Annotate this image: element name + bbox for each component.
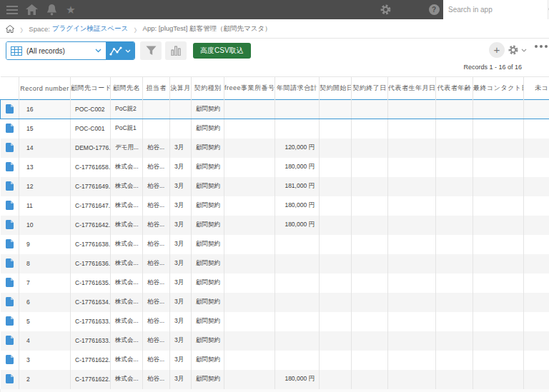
cell	[436, 273, 473, 293]
column-header[interactable]: 代表者生年月日	[388, 77, 436, 100]
table-row[interactable]: 16POC-C002PoC親2顧問契約	[1, 100, 549, 119]
column-header[interactable]: 担当者	[143, 77, 170, 100]
open-record-link[interactable]	[1, 297, 19, 306]
column-header[interactable]: Record number	[19, 77, 71, 100]
table-row[interactable]: 8C-17761636...株式会...柏谷...3月顧問契約	[1, 254, 549, 273]
chart-button[interactable]	[165, 41, 187, 60]
hamburger-menu-icon[interactable]	[4, 0, 20, 19]
cell	[473, 273, 524, 293]
advanced-csv-import-button[interactable]: 高度CSV取込	[193, 43, 251, 59]
open-record-link[interactable]	[1, 239, 19, 248]
breadcrumb-app-name: App: [plugTest] 顧客管理（顧問先マスタ）	[143, 24, 272, 34]
open-record-link[interactable]	[1, 181, 19, 191]
column-header[interactable]: 契約種別	[192, 77, 224, 100]
cell: 株式会...	[111, 158, 143, 177]
table-row[interactable]: 10C-17761642...株式会...柏谷...3月顧問契約180,000 …	[1, 216, 549, 235]
cell	[320, 331, 352, 351]
cell	[436, 351, 473, 370]
column-header[interactable]: 顧問先名	[111, 77, 143, 100]
cell: C-17761633...	[71, 312, 111, 331]
table-row[interactable]: 12C-17761649...株式会...柏谷...3月顧問契約181,000 …	[1, 177, 549, 196]
open-record-link[interactable]	[1, 374, 19, 383]
table-row[interactable]: 13C-17761658...株式会...柏谷...3月顧問契約180,000 …	[1, 158, 549, 177]
open-record-link[interactable]	[1, 162, 19, 171]
table-row[interactable]: 5C-17761633...株式会...柏谷...3月顧問契約	[1, 312, 549, 331]
cell: 株式会...	[111, 254, 143, 273]
cell: 3	[19, 351, 71, 370]
open-record-link[interactable]	[1, 278, 19, 287]
table-row[interactable]: 15POC-C001PoC親1顧問契約	[1, 119, 549, 139]
column-header[interactable]: 顧問先コード	[71, 77, 111, 100]
open-record-link[interactable]	[1, 336, 19, 345]
app-settings-button[interactable]	[508, 44, 527, 56]
column-header[interactable]: freee事業所番号	[224, 77, 275, 100]
column-header[interactable]: 契約開始日	[320, 77, 352, 100]
open-record-link[interactable]	[1, 104, 19, 114]
breadcrumb-home-icon[interactable]	[6, 25, 14, 33]
cell: 顧問契約	[192, 312, 224, 331]
open-record-link[interactable]	[1, 316, 19, 326]
favorites-star-icon[interactable]: ★	[63, 0, 79, 19]
cell	[320, 235, 352, 254]
cell	[352, 312, 388, 331]
cell	[473, 370, 524, 389]
column-header[interactable]: 最終コンタクト日	[473, 77, 524, 100]
cell	[320, 370, 352, 389]
help-icon[interactable]: ?	[426, 0, 442, 19]
table-row[interactable]: 6C-17761634...株式会...柏谷...3月顧問契約	[1, 293, 549, 312]
cell: PoC親2	[111, 100, 143, 119]
cell: 柏谷...	[143, 196, 170, 216]
cell: 3月	[170, 139, 192, 158]
table-row[interactable]: 3C-17761622...株式会...柏谷...3月顧問契約	[1, 351, 549, 370]
cell	[275, 273, 320, 293]
record-icon-cell	[1, 158, 19, 177]
column-header[interactable]: 決算月	[170, 77, 192, 100]
cell	[524, 158, 549, 177]
cell	[275, 331, 320, 351]
settings-gear-icon[interactable]	[377, 0, 393, 19]
notifications-bell-icon[interactable]	[44, 0, 59, 19]
cell	[224, 312, 275, 331]
cell	[320, 273, 352, 293]
cell: 6	[19, 293, 71, 312]
add-record-button[interactable]: +	[489, 42, 505, 58]
home-icon[interactable]	[24, 0, 39, 19]
cell	[436, 196, 473, 216]
cell: 柏谷...	[143, 312, 170, 331]
breadcrumb-space-link[interactable]: プラグイン検証スペース	[52, 24, 128, 34]
open-record-link[interactable]	[1, 124, 19, 133]
open-record-link[interactable]	[1, 355, 19, 364]
cell	[436, 370, 473, 389]
column-header[interactable]: 代表者年齢	[436, 77, 473, 100]
cell: 3月	[170, 254, 192, 273]
table-row[interactable]: 14DEMO-1776...デモ用...柏谷...3月顧問契約120,000 円	[1, 139, 549, 158]
open-record-link[interactable]	[1, 220, 19, 229]
column-header[interactable]: 未コン	[524, 77, 549, 100]
table-row[interactable]: 4C-17761633...株式会...柏谷...3月顧問契約	[1, 331, 549, 351]
view-select-dropdown[interactable]: (All records)	[6, 42, 106, 59]
cell	[436, 235, 473, 254]
table-row[interactable]: 11C-17761647...株式会...柏谷...3月顧問契約180,000 …	[1, 196, 549, 216]
cell: 16	[19, 100, 71, 119]
record-list: Record number顧問先コード顧問先名担当者決算月契約種別freee事業…	[0, 76, 549, 392]
cell: 181,000 円	[275, 177, 320, 196]
cell	[352, 177, 388, 196]
table-row[interactable]: 2C-17761622...株式会...柏谷...3月顧問契約180,000 円	[1, 370, 549, 389]
record-icon-cell	[1, 235, 19, 254]
record-file-icon	[6, 104, 14, 114]
cell: 12	[19, 177, 71, 196]
more-options-icon[interactable]	[535, 45, 548, 48]
open-record-link[interactable]	[1, 201, 19, 210]
cell: 8	[19, 254, 71, 273]
graph-view-dropdown[interactable]	[106, 42, 134, 59]
open-record-link[interactable]	[1, 258, 19, 268]
column-header[interactable]: 契約終了日	[352, 77, 388, 100]
table-row[interactable]: 9C-17761638...株式会...柏谷...3月顧問契約	[1, 235, 549, 254]
open-record-link[interactable]	[1, 143, 19, 152]
table-row[interactable]: 7C-17761635...株式会...柏谷...3月顧問契約	[1, 273, 549, 293]
record-file-icon	[6, 239, 14, 248]
filter-button[interactable]	[140, 41, 162, 60]
cell	[224, 235, 275, 254]
search-input[interactable]	[443, 0, 548, 19]
column-header[interactable]: 年間請求合計	[275, 77, 320, 100]
